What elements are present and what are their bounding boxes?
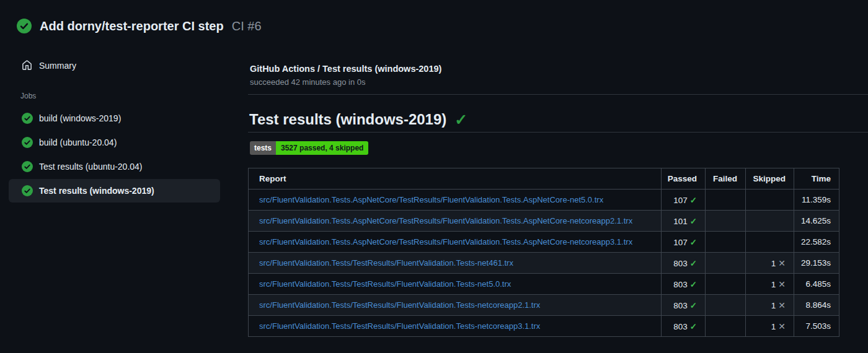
time-cell: 7.503s (794, 316, 839, 337)
table-row: src/FluentValidation.Tests.AspNetCore/Te… (249, 190, 839, 211)
x-icon: ✕ (778, 321, 786, 331)
passed-cell: 803✓ (662, 295, 706, 316)
passed-count: 803 (673, 280, 688, 289)
table-row: src/FluentValidation.Tests/TestResults/F… (249, 253, 839, 274)
skipped-cell: 1✕ (746, 274, 794, 295)
failed-cell (706, 211, 746, 232)
section-title: Test results (windows-2019) (249, 111, 446, 128)
table-row: src/FluentValidation.Tests/TestResults/F… (249, 295, 839, 316)
passed-count: 107 (673, 238, 688, 247)
report-cell: src/FluentValidation.Tests/TestResults/F… (249, 253, 662, 274)
x-icon: ✕ (778, 279, 786, 289)
table-body: src/FluentValidation.Tests.AspNetCore/Te… (249, 190, 839, 337)
passed-cell: 107✓ (662, 232, 706, 253)
time-cell: 6.485s (794, 274, 839, 295)
failed-cell (706, 232, 746, 253)
report-link[interactable]: src/FluentValidation.Tests.AspNetCore/Te… (259, 237, 632, 246)
sidebar-item-summary[interactable]: Summary (9, 54, 220, 76)
report-link[interactable]: src/FluentValidation.Tests/TestResults/F… (259, 279, 511, 289)
report-cell: src/FluentValidation.Tests.AspNetCore/Te… (249, 190, 662, 211)
divider (248, 132, 868, 133)
check-icon: ✓ (690, 196, 697, 205)
badge-label: tests (250, 141, 276, 155)
sidebar-job-item[interactable]: build (ubuntu-20.04) (9, 131, 220, 154)
job-label: build (ubuntu-20.04) (39, 137, 117, 147)
check-icon: ✓ (690, 301, 697, 310)
sidebar-job-item[interactable]: Test results (ubuntu-20.04) (9, 155, 220, 178)
table-header-row: ReportPassedFailedSkippedTime (249, 168, 839, 190)
table-row: src/FluentValidation.Tests.AspNetCore/Te… (249, 211, 839, 232)
check-icon: ✓ (690, 259, 697, 268)
check-status: succeeded 42 minutes ago in 0s (250, 77, 441, 87)
x-icon: ✕ (778, 258, 786, 268)
passed-count: 803 (673, 259, 688, 268)
time-value: 29.153s (801, 258, 831, 268)
check-header: GitHub Actions / Test results (windows-2… (250, 64, 441, 87)
skipped-cell (746, 211, 794, 232)
table-row: src/FluentValidation.Tests.AspNetCore/Te… (249, 232, 839, 253)
check-circle-icon (22, 137, 33, 148)
passed-cell: 101✓ (662, 211, 706, 232)
skipped-count: 1 (771, 301, 776, 310)
skipped-cell (746, 232, 794, 253)
sidebar-job-item[interactable]: build (windows-2019) (9, 107, 220, 130)
passed-cell: 803✓ (662, 253, 706, 274)
passed-count: 101 (673, 217, 688, 226)
report-link[interactable]: src/FluentValidation.Tests.AspNetCore/Te… (259, 195, 603, 204)
skipped-cell (746, 190, 794, 211)
column-header-skipped: Skipped (746, 168, 794, 190)
passed-cell: 803✓ (662, 316, 706, 337)
time-value: 7.503s (805, 321, 831, 331)
jobs-list: build (windows-2019) build (ubuntu-20.04… (9, 107, 220, 203)
passed-cell: 803✓ (662, 274, 706, 295)
time-cell: 8.864s (794, 295, 839, 316)
sidebar-job-item-selected[interactable]: Test results (windows-2019) (9, 179, 220, 203)
failed-cell (706, 295, 746, 316)
report-cell: src/FluentValidation.Tests.AspNetCore/Te… (249, 232, 662, 253)
job-label: Test results (ubuntu-20.04) (39, 162, 143, 172)
tests-badge[interactable]: tests 3527 passed, 4 skipped (250, 141, 368, 155)
column-header-passed: Passed (662, 168, 706, 190)
failed-cell (706, 190, 746, 211)
test-results-table: ReportPassedFailedSkippedTime src/Fluent… (248, 168, 839, 337)
time-value: 14.625s (801, 216, 831, 225)
failed-cell (706, 253, 746, 274)
skipped-count: 1 (771, 280, 776, 289)
sidebar: Summary Jobs build (windows-2019) build … (9, 54, 220, 203)
time-cell: 22.582s (794, 232, 839, 253)
time-cell: 11.359s (794, 190, 839, 211)
passed-count: 803 (673, 301, 688, 310)
skipped-cell: 1✕ (746, 295, 794, 316)
report-link[interactable]: src/FluentValidation.Tests/TestResults/F… (259, 258, 513, 268)
section-heading: Test results (windows-2019) ✓ (249, 111, 467, 128)
time-value: 22.582s (801, 237, 831, 246)
time-value: 11.359s (802, 195, 831, 204)
check-icon: ✓ (690, 238, 697, 247)
report-link[interactable]: src/FluentValidation.Tests/TestResults/F… (259, 321, 540, 331)
column-header-failed: Failed (706, 168, 746, 190)
report-cell: src/FluentValidation.Tests/TestResults/F… (249, 295, 662, 316)
job-label: Test results (windows-2019) (39, 186, 154, 196)
check-circle-icon (22, 161, 33, 172)
time-cell: 14.625s (794, 211, 839, 232)
report-link[interactable]: src/FluentValidation.Tests/TestResults/F… (259, 300, 540, 310)
summary-label: Summary (39, 61, 76, 71)
report-link[interactable]: src/FluentValidation.Tests.AspNetCore/Te… (259, 216, 632, 225)
passed-count: 803 (673, 322, 688, 331)
check-icon: ✓ (454, 112, 467, 128)
table-row: src/FluentValidation.Tests/TestResults/F… (249, 316, 839, 337)
check-circle-icon (22, 185, 33, 196)
time-cell: 29.153s (794, 253, 839, 274)
job-label: build (windows-2019) (39, 113, 121, 123)
check-icon: ✓ (690, 280, 697, 289)
skipped-cell: 1✕ (746, 316, 794, 337)
check-circle-icon (17, 19, 32, 33)
passed-cell: 107✓ (662, 190, 706, 211)
skipped-count: 1 (771, 259, 776, 268)
divider (248, 94, 868, 95)
check-icon: ✓ (690, 322, 697, 331)
time-value: 6.485s (805, 279, 831, 289)
passed-count: 107 (673, 196, 688, 205)
run-number: CI #6 (232, 19, 262, 33)
check-icon: ✓ (690, 217, 697, 226)
